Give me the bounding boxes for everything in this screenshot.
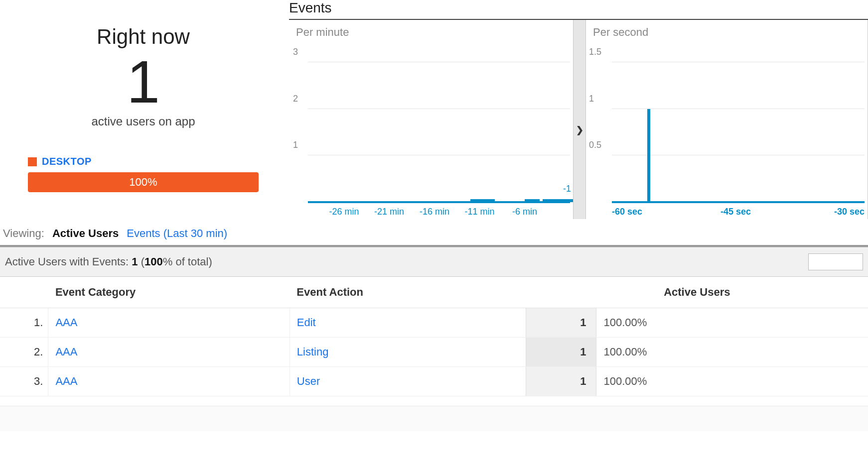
xtick: -30 sec: [834, 207, 865, 217]
viewing-prefix: Viewing:: [3, 227, 44, 239]
viewing-tabs: Viewing: Active Users Events (Last 30 mi…: [0, 219, 868, 245]
xtick: -16 min: [420, 207, 449, 217]
xtick: -21 min: [374, 207, 404, 217]
active-users-count: 1: [526, 367, 596, 396]
event-category-link[interactable]: AAA: [48, 308, 289, 338]
xtick: -60 sec: [612, 207, 642, 217]
xtick: -6 min: [512, 207, 537, 217]
per-minute-plot: 1 2 3 -26 min -21 min -16 min: [308, 53, 570, 202]
desktop-percent-bar: 100%: [28, 172, 259, 192]
ytick: 1: [293, 140, 298, 150]
summary-text: Active Users with Events: 1 (100% of tot…: [5, 255, 212, 268]
events-table: Event Category Event Action Active Users…: [0, 277, 868, 396]
xtick: -45 sec: [721, 207, 751, 217]
summary-strip: Active Users with Events: 1 (100% of tot…: [0, 247, 868, 277]
active-users-pct: 100.00%: [596, 308, 868, 338]
right-now-title: Right now: [10, 25, 277, 49]
row-index: 3.: [0, 367, 48, 396]
desktop-percent-value: 100%: [129, 176, 157, 189]
event-action-link[interactable]: User: [289, 367, 526, 396]
device-legend[interactable]: DESKTOP: [28, 156, 277, 167]
row-index: 2.: [0, 338, 48, 367]
active-user-subtitle: active users on app: [10, 115, 277, 128]
desktop-legend-label: DESKTOP: [42, 156, 92, 167]
xtick: -26 min: [329, 207, 359, 217]
xtick: -11 min: [465, 207, 495, 217]
tab-active-users[interactable]: Active Users: [52, 227, 119, 239]
ytick: 1: [589, 93, 594, 104]
per-minute-label: Per minute: [289, 20, 573, 39]
table-row: 3. AAA User 1 100.00%: [0, 367, 868, 396]
row-index: 1.: [0, 308, 48, 338]
xtick: -1…: [563, 184, 572, 203]
table-row: 1. AAA Edit 1 100.00%: [0, 308, 868, 338]
ytick: 3: [293, 46, 298, 57]
tab-events-last-30[interactable]: Events (Last 30 min): [127, 227, 227, 239]
event-category-link[interactable]: AAA: [48, 367, 289, 396]
table-search-input[interactable]: [808, 253, 863, 270]
event-category-link[interactable]: AAA: [48, 338, 289, 367]
per-second-label: Per second: [586, 20, 868, 39]
active-users-count: 1: [526, 308, 596, 338]
active-users-pct: 100.00%: [596, 338, 868, 367]
table-row: 2. AAA Listing 1 100.00%: [0, 338, 868, 367]
right-now-panel: Right now 1 active users on app DESKTOP …: [0, 0, 287, 219]
event-action-link[interactable]: Edit: [289, 308, 526, 338]
ytick: 0.5: [589, 140, 601, 150]
events-charts-panel: Events Per minute 1 2 3: [287, 0, 868, 219]
th-active-users[interactable]: Active Users: [664, 286, 730, 299]
active-users-count: 1: [526, 338, 596, 367]
active-user-count: 1: [10, 49, 277, 115]
chart-divider[interactable]: ❯: [573, 20, 586, 219]
per-second-chart[interactable]: Per second 0.5 1 1.5 -60 sec -45 sec -30…: [586, 20, 868, 219]
event-action-link[interactable]: Listing: [289, 338, 526, 367]
th-event-category[interactable]: Event Category: [48, 277, 289, 308]
per-minute-chart[interactable]: Per minute 1 2 3: [289, 20, 573, 219]
ytick: 1.5: [589, 46, 601, 57]
desktop-swatch-icon: [28, 157, 37, 166]
per-second-plot: 0.5 1 1.5 -60 sec -45 sec -30 sec: [612, 53, 865, 202]
active-users-pct: 100.00%: [596, 367, 868, 396]
events-title: Events: [289, 0, 868, 16]
ytick: 2: [293, 93, 298, 104]
th-event-action[interactable]: Event Action: [289, 277, 526, 308]
chevron-right-icon: ❯: [576, 124, 583, 135]
